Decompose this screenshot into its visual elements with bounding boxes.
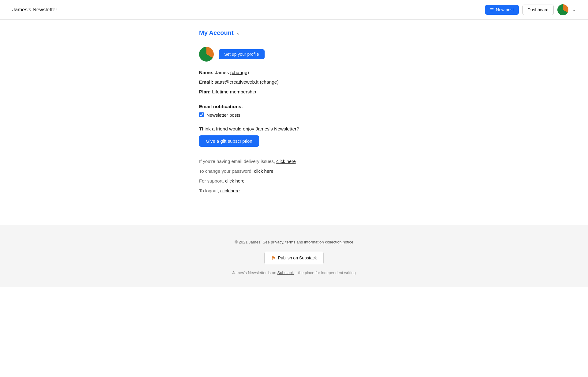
support-line: For support, click here <box>199 177 389 185</box>
email-label: Email: <box>199 79 213 85</box>
delivery-text: If you're having email delivery issues, <box>199 159 276 164</box>
info-notice-link[interactable]: information collection notice <box>304 240 353 244</box>
main-content: My Account ⌄ Set up your profile Name: J… <box>187 20 401 225</box>
help-section: If you're having email delivery issues, … <box>199 158 389 194</box>
newsletter-posts-checkbox[interactable] <box>199 112 204 117</box>
terms-link[interactable]: terms <box>285 240 296 244</box>
account-heading: My Account ⌄ <box>199 29 389 36</box>
notifications-section: Email notifications: Newsletter posts <box>199 104 389 118</box>
delivery-line: If you're having email delivery issues, … <box>199 158 389 165</box>
dashboard-button[interactable]: Dashboard <box>522 5 554 15</box>
plan-line: Plan: Lifetime membership <box>199 88 389 95</box>
newsletter-posts-row: Newsletter posts <box>199 112 389 118</box>
email-line: Email: saas@creativeweb.it (change) <box>199 78 389 85</box>
name-label: Name: <box>199 70 213 75</box>
newsletter-posts-label: Newsletter posts <box>206 112 240 118</box>
privacy-link[interactable]: privacy <box>271 240 283 244</box>
avatar[interactable] <box>557 4 568 15</box>
substack-link[interactable]: Substack <box>277 270 294 275</box>
email-change-link[interactable]: (change) <box>260 79 278 85</box>
publish-on-substack-button[interactable]: ⚑ Publish on Substack <box>264 252 324 264</box>
logout-link[interactable]: click here <box>220 188 239 193</box>
delivery-link[interactable]: click here <box>276 159 296 164</box>
password-link[interactable]: click here <box>254 168 273 174</box>
header-left: James's Newsletter <box>12 7 57 13</box>
new-post-label: New post <box>496 7 514 12</box>
account-chevron-icon[interactable]: ⌄ <box>236 30 240 36</box>
chevron-down-icon[interactable]: ⌄ <box>572 7 576 12</box>
info-section: Name: James (change) Email: saas@creativ… <box>199 69 389 95</box>
footer-and: and <box>296 240 304 244</box>
gift-section: Think a friend would enjoy James's Newsl… <box>199 126 389 147</box>
gift-prompt: Think a friend would enjoy James's Newsl… <box>199 126 389 132</box>
password-line: To change your password, click here <box>199 168 389 175</box>
plan-value: Lifetime membership <box>212 89 256 94</box>
footer-copyright: © 2021 James. See privacy, terms and inf… <box>6 240 582 244</box>
site-title: James's Newsletter <box>12 7 57 13</box>
copyright-text: © 2021 James. See <box>235 240 270 244</box>
gift-subscription-button[interactable]: Give a gift subscription <box>199 135 259 147</box>
footer-sub-text: James's Newsletter is on <box>232 270 277 275</box>
support-link[interactable]: click here <box>225 178 244 183</box>
publish-label: Publish on Substack <box>278 255 317 260</box>
name-change-link[interactable]: (change) <box>230 70 249 75</box>
profile-avatar <box>199 47 214 62</box>
notifications-title: Email notifications: <box>199 104 389 109</box>
account-underline <box>199 38 236 38</box>
lines-icon: ☰ <box>490 7 494 12</box>
header-right: ☰ New post Dashboard ⌄ <box>485 4 576 15</box>
logout-line: To logout, click here <box>199 187 389 194</box>
logout-text: To logout, <box>199 188 220 193</box>
name-line: Name: James (change) <box>199 69 389 76</box>
plan-label: Plan: <box>199 89 211 94</box>
footer: © 2021 James. See privacy, terms and inf… <box>0 225 588 287</box>
profile-row: Set up your profile <box>199 47 389 62</box>
setup-profile-button[interactable]: Set up your profile <box>219 49 265 59</box>
new-post-button[interactable]: ☰ New post <box>485 5 518 15</box>
password-text: To change your password, <box>199 168 254 174</box>
substack-icon: ⚑ <box>271 255 276 261</box>
email-value: saas@creativeweb.it <box>215 79 260 85</box>
footer-subtext: James's Newsletter is on Substack – the … <box>6 270 582 275</box>
my-account-title[interactable]: My Account <box>199 29 234 36</box>
support-text: For support, <box>199 178 225 183</box>
header: James's Newsletter ☰ New post Dashboard … <box>0 0 588 20</box>
footer-sub-suffix: – the place for independent writing <box>295 270 356 275</box>
publish-button-wrapper: ⚑ Publish on Substack <box>6 252 582 270</box>
name-value: James <box>215 70 230 75</box>
